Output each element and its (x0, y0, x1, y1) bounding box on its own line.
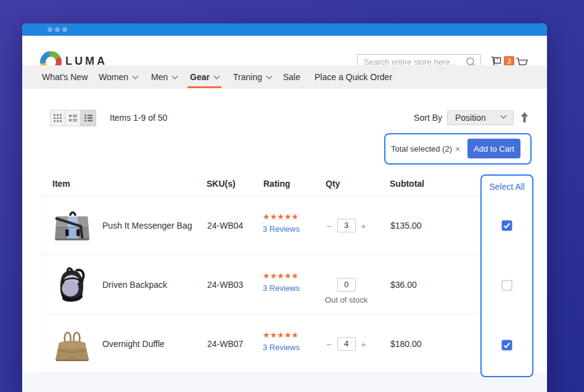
qty-decrease-button[interactable]: − (325, 221, 334, 231)
clear-selection-icon[interactable]: × (455, 144, 460, 154)
grid-view-button[interactable] (50, 110, 65, 126)
table-row: Push It Messenger Bag 24-WB04 ★★★★★ 3 Re… (43, 196, 531, 255)
col-header-subtotal: Subtotal (390, 179, 424, 189)
chevron-down-icon (213, 73, 220, 79)
reviews-link[interactable]: 3 Reviews (263, 343, 300, 352)
window-titlebar (22, 23, 547, 36)
qty-increase-button[interactable]: + (360, 339, 368, 349)
product-image-messenger-bag[interactable] (52, 206, 92, 245)
active-nav-underline (187, 86, 221, 88)
site-header: LUMA 3 (22, 36, 547, 65)
chevron-down-icon (266, 73, 273, 79)
product-image-backpack[interactable] (52, 265, 92, 304)
add-to-cart-button[interactable]: Add to Cart (467, 139, 520, 158)
product-sku: 24-WB04 (207, 221, 243, 231)
product-image-duffle[interactable] (52, 324, 92, 364)
qty-input[interactable]: 0 (337, 278, 356, 292)
window-dot-1[interactable] (47, 27, 52, 32)
reviews-link[interactable]: 3 Reviews (263, 224, 300, 234)
row-checkbox-checked[interactable] (501, 340, 512, 351)
window-dot-3[interactable] (62, 27, 67, 32)
nav-traning[interactable]: Traning (233, 65, 271, 89)
rating-stars: ★★★★★ (263, 271, 298, 280)
col-header-item: Item (52, 179, 70, 189)
product-table: Push It Messenger Bag 24-WB04 ★★★★★ 3 Re… (42, 195, 530, 373)
nav-women[interactable]: Women (99, 65, 138, 89)
rating-stars: ★★★★★ (263, 212, 298, 221)
grid-list-view-button[interactable] (65, 110, 81, 126)
qty-cell: − 3 + (320, 196, 372, 255)
product-name[interactable]: Push It Messenger Bag (102, 221, 192, 231)
select-all-link[interactable]: Select All (482, 182, 532, 192)
product-sku: 24-WB03 (207, 280, 243, 290)
rating-stars: ★★★★★ (263, 330, 298, 340)
qty-increase-button[interactable]: + (360, 221, 368, 231)
reviews-link[interactable]: 3 Reviews (263, 284, 300, 293)
nav-place-quick-order[interactable]: Place a Quick Order (315, 65, 392, 89)
stock-status: Out of stock (325, 295, 368, 304)
selection-summary-box: Total selected (2) × Add to Cart (384, 133, 532, 165)
list-view-button[interactable] (81, 110, 96, 126)
table-row: Overnight Duffle 24-WB07 ★★★★★ 3 Reviews… (43, 314, 531, 374)
qty-input[interactable]: 3 (337, 219, 356, 232)
subtotal-value: $180.00 (390, 339, 422, 349)
chevron-down-icon (501, 113, 507, 119)
product-name[interactable]: Driven Backpack (102, 280, 167, 290)
nav-sale[interactable]: Sale (283, 65, 300, 89)
view-mode-switcher (50, 110, 96, 126)
col-header-qty: Qty (326, 179, 340, 189)
row-checkbox-checked[interactable] (501, 220, 512, 231)
row-checkbox-unchecked[interactable] (501, 280, 512, 291)
nav-gear[interactable]: Gear (190, 65, 219, 89)
total-selected-label: Total selected (2) (391, 144, 452, 153)
nav-whats-new[interactable]: What's New (42, 65, 88, 89)
chevron-down-icon (133, 73, 139, 79)
window-dot-2[interactable] (55, 27, 60, 32)
main-nav: What's New Women Men Gear Traning Sale P… (22, 65, 547, 89)
col-header-rating: Rating (263, 179, 290, 189)
col-header-sku: SKU(s) (207, 179, 236, 189)
sort-by-select[interactable]: Position (447, 110, 514, 125)
page-footer-area (22, 373, 547, 392)
browser-window: LUMA 3 What's New Women Men Gear Traning… (22, 23, 547, 392)
qty-input[interactable]: 4 (337, 337, 356, 351)
chevron-down-icon (172, 73, 178, 79)
table-row: Driven Backpack 24-WB03 ★★★★★ 3 Reviews … (43, 255, 531, 314)
subtotal-value: $135.00 (390, 221, 422, 231)
sort-direction-button[interactable] (520, 112, 528, 123)
qty-decrease-button[interactable]: − (325, 339, 334, 349)
subtotal-value: $36.00 (390, 280, 417, 290)
product-name[interactable]: Overnight Duffle (102, 339, 165, 349)
items-count: Items 1-9 of 50 (110, 110, 167, 126)
qty-cell: 0 Out of stock (320, 255, 372, 314)
nav-men[interactable]: Men (151, 65, 177, 89)
sort-by-label: Sort By (397, 110, 442, 126)
select-column-panel: Select All (480, 174, 533, 377)
product-sku: 24-WB07 (207, 339, 243, 349)
qty-cell: − 4 + (320, 314, 372, 374)
